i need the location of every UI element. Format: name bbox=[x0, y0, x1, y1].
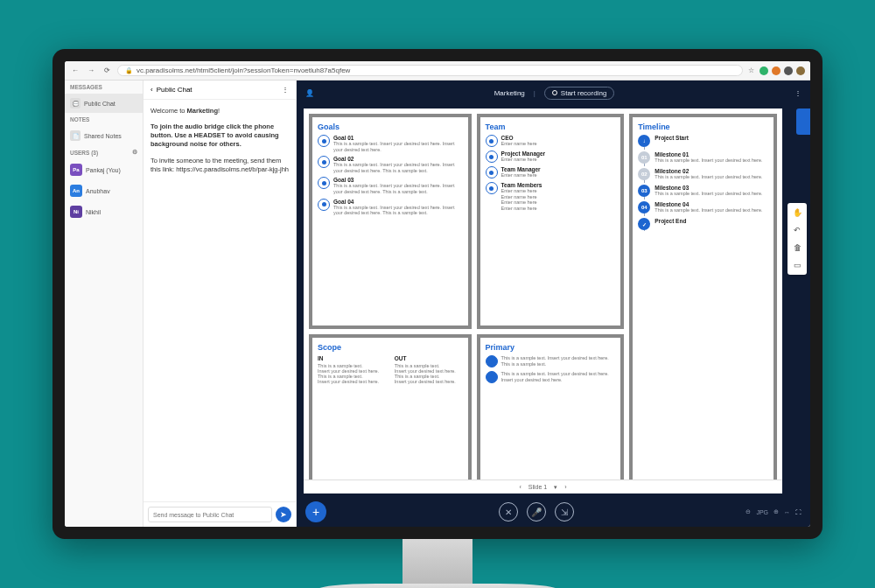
primary-item: This is a sample text. Insert your desir… bbox=[486, 355, 616, 368]
team-item: Project ManagerEnter name here bbox=[486, 150, 616, 163]
send-button[interactable]: ➤ bbox=[276, 507, 291, 522]
messages-header: MESSAGES bbox=[65, 80, 143, 94]
collapse-tab[interactable] bbox=[796, 108, 810, 135]
main-area: 👤 Marketing | Start recording ⋮ Goals Go… bbox=[297, 80, 810, 527]
ext-icon[interactable] bbox=[772, 66, 780, 75]
timeline-dot: ↓ bbox=[638, 135, 650, 147]
share-button[interactable]: ⇲ bbox=[555, 502, 574, 522]
team-title: Team bbox=[486, 122, 616, 131]
minus-zoom[interactable]: ⊖ bbox=[746, 508, 751, 515]
timeline-item: 02Milestone 02This is a sample text. Ins… bbox=[638, 168, 768, 180]
user-item[interactable]: AnAnubhav bbox=[65, 180, 143, 201]
more-icon[interactable]: ⋮ bbox=[282, 86, 289, 94]
goal-icon bbox=[318, 135, 330, 147]
welcome-line: Welcome to Marketing! bbox=[150, 107, 289, 116]
timeline-item: 01Milestone 01This is a sample text. Ins… bbox=[638, 151, 768, 164]
message-input[interactable] bbox=[148, 507, 272, 522]
extensions bbox=[760, 66, 805, 75]
hand-tool[interactable]: ✋ bbox=[790, 206, 804, 220]
scope-out-head: OUT bbox=[395, 355, 463, 361]
whiteboard-tools: ✋ ↶ 🗑 ▭ bbox=[788, 203, 807, 275]
primary-box: Primary This is a sample text. Insert yo… bbox=[477, 334, 625, 488]
user-name: Anubhav bbox=[86, 188, 110, 194]
chevron-left-icon[interactable]: ‹ bbox=[150, 86, 153, 94]
audio-button[interactable]: 🎤 bbox=[527, 502, 546, 522]
question-icon bbox=[486, 371, 498, 383]
user-item[interactable]: NiNikhil bbox=[65, 201, 143, 222]
goal-icon bbox=[318, 156, 330, 168]
annotate-tool[interactable]: ▭ bbox=[790, 258, 804, 272]
timeline-item: 04Milestone 04This is a sample text. Ins… bbox=[638, 201, 768, 214]
bottom-controls: + ✕ 🎤 ⇲ ⊖ JPG ⊕ ↔ ⛶ bbox=[297, 497, 810, 527]
sidebar-item-label: Shared Notes bbox=[84, 133, 122, 139]
options-icon[interactable]: ⋮ bbox=[794, 89, 802, 97]
record-label: Start recording bbox=[561, 89, 606, 97]
zoom-level: JPG bbox=[756, 509, 768, 515]
url-bar[interactable]: 🔒 vc.paradisolms.net/html5client/join?se… bbox=[117, 65, 743, 76]
fullscreen-icon[interactable]: ⛶ bbox=[795, 509, 802, 515]
user-icon[interactable]: 👤 bbox=[305, 89, 314, 97]
goal-item: Goal 04This is a sample text. Insert you… bbox=[318, 199, 463, 216]
actions-button[interactable]: + bbox=[305, 501, 326, 522]
user-name: Nikhil bbox=[86, 209, 101, 215]
timeline-item: 03Milestone 03This is a sample text. Ins… bbox=[638, 185, 768, 197]
slide-indicator: Slide 1 bbox=[528, 484, 547, 490]
undo-tool[interactable]: ↶ bbox=[790, 223, 804, 237]
goals-title: Goals bbox=[318, 122, 463, 131]
scope-in-body: This is a sample text. Insert your desir… bbox=[318, 363, 386, 384]
user-item[interactable]: PaPankaj (You) bbox=[65, 159, 143, 180]
fit-icon[interactable]: ↔ bbox=[784, 509, 790, 515]
plus-zoom[interactable]: ⊕ bbox=[774, 508, 779, 515]
scope-out-body: This is a sample text. Insert your desir… bbox=[395, 363, 463, 384]
record-button[interactable]: Start recording bbox=[544, 87, 614, 100]
user-avatar: An bbox=[70, 185, 82, 197]
lock-icon: 🔒 bbox=[125, 67, 133, 74]
chat-icon: 💬 bbox=[70, 98, 80, 108]
timeline-dot: 01 bbox=[638, 151, 650, 164]
notes-header: NOTES bbox=[65, 113, 143, 126]
scope-box: Scope INThis is a sample text. Insert yo… bbox=[309, 334, 472, 488]
chat-invite: To invite someone to the meeting, send t… bbox=[150, 157, 289, 174]
person-icon bbox=[486, 166, 498, 178]
left-sidebar: MESSAGES 💬 Public Chat NOTES 📄 Shared No… bbox=[65, 80, 144, 527]
chat-messages: Welcome to Marketing! To join the audio … bbox=[144, 100, 296, 501]
presentation[interactable]: Goals Goal 01This is a sample text. Inse… bbox=[304, 108, 782, 494]
ext-icon[interactable] bbox=[760, 66, 768, 75]
ext-icon[interactable] bbox=[784, 66, 793, 75]
timeline-box: Timeline ↓Project Start01Milestone 01Thi… bbox=[629, 114, 777, 488]
mute-button[interactable]: ✕ bbox=[499, 502, 518, 522]
goals-box: Goals Goal 01This is a sample text. Inse… bbox=[309, 114, 472, 329]
person-icon bbox=[486, 150, 498, 163]
person-icon bbox=[486, 182, 498, 194]
chat-tip: To join the audio bridge click the phone… bbox=[150, 122, 289, 149]
scope-in-head: IN bbox=[318, 355, 386, 361]
sidebar-item-public-chat[interactable]: 💬 Public Chat bbox=[65, 94, 143, 113]
back-button[interactable]: ← bbox=[70, 66, 80, 74]
star-icon[interactable]: ☆ bbox=[748, 66, 754, 74]
prev-slide[interactable]: ‹ bbox=[519, 484, 521, 490]
notes-icon: 📄 bbox=[70, 130, 80, 141]
person-icon bbox=[486, 135, 498, 147]
timeline-item: ↓Project Start bbox=[638, 135, 768, 147]
next-slide[interactable]: › bbox=[564, 484, 566, 490]
goal-icon bbox=[318, 177, 330, 189]
topbar: 👤 Marketing | Start recording ⋮ bbox=[297, 80, 810, 105]
forward-button[interactable]: → bbox=[86, 66, 96, 74]
scope-title: Scope bbox=[318, 343, 463, 352]
avatar[interactable] bbox=[796, 66, 805, 75]
primary-title: Primary bbox=[486, 343, 616, 352]
question-icon bbox=[486, 355, 498, 368]
goal-item: Goal 01This is a sample text. Insert you… bbox=[318, 135, 463, 152]
timeline-item: ✓Project End bbox=[638, 218, 768, 230]
slide-nav: ‹ Slide 1 ▾ › bbox=[304, 480, 782, 494]
team-item: CEOEnter name here bbox=[486, 135, 616, 147]
gear-icon[interactable]: ⚙ bbox=[132, 149, 137, 156]
url-text: vc.paradisolms.net/html5client/join?sess… bbox=[136, 66, 350, 74]
record-icon bbox=[552, 90, 557, 95]
chat-panel: ‹ Public Chat ⋮ Welcome to Marketing! To… bbox=[144, 80, 297, 527]
slide-dropdown-icon[interactable]: ▾ bbox=[554, 484, 557, 491]
reload-button[interactable]: ⟳ bbox=[102, 66, 112, 74]
trash-tool[interactable]: 🗑 bbox=[790, 241, 804, 255]
sidebar-item-shared-notes[interactable]: 📄 Shared Notes bbox=[65, 126, 143, 145]
goal-icon bbox=[318, 199, 330, 211]
